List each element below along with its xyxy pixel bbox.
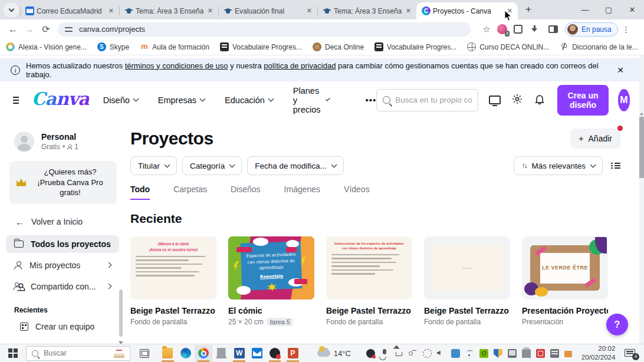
- page-scrollbar[interactable]: [639, 55, 644, 344]
- bell-icon[interactable]: [534, 93, 546, 107]
- taskbar-clock[interactable]: 20:02 20/02/2024: [581, 344, 616, 362]
- site-info-icon[interactable]: [65, 26, 73, 33]
- bookmark-item[interactable]: Skype: [97, 42, 129, 51]
- window-close-button[interactable]: ✕: [620, 1, 644, 18]
- nav-more-button[interactable]: •••: [366, 95, 377, 105]
- bookmark-item[interactable]: Vocabulaire Progres...: [374, 42, 456, 51]
- taskbar-explorer[interactable]: [159, 345, 176, 362]
- back-button[interactable]: ←: [5, 21, 21, 38]
- printer-icon[interactable]: [522, 349, 531, 358]
- forward-button[interactable]: →: [21, 21, 38, 38]
- filter-categoria[interactable]: Categoría: [182, 156, 242, 175]
- terms-link[interactable]: términos y condiciones de uso: [125, 61, 228, 70]
- taskbar-weather[interactable]: 14°C: [317, 349, 351, 358]
- privacy-link[interactable]: política de privacidad: [264, 61, 336, 70]
- bookmark-item[interactable]: Deca Online: [313, 42, 364, 51]
- reload-button[interactable]: ⟳: [38, 21, 54, 38]
- window-maximize-button[interactable]: ▢: [597, 1, 620, 18]
- bookmark-item[interactable]: Alexia - Visión gene...: [6, 42, 87, 51]
- extension-icon[interactable]: 3: [497, 24, 507, 34]
- help-button[interactable]: ?: [606, 314, 628, 335]
- back-to-home-link[interactable]: ← Volver a Inicio: [15, 217, 125, 227]
- browser-tab[interactable]: Evaluación final ✕: [218, 2, 317, 19]
- project-title[interactable]: Presentación Proyecto cr...: [522, 306, 608, 315]
- teams-tray-icon[interactable]: [451, 349, 460, 358]
- bookmark-item[interactable]: Diccionario de la le...: [560, 42, 638, 51]
- sidebar-item-shared[interactable]: Compartido con...: [6, 278, 119, 295]
- bookmark-item[interactable]: Curso DECA ONLIN...: [467, 42, 549, 51]
- taskbar-camera-app[interactable]: [212, 345, 230, 362]
- team-switcher[interactable]: Personal Gratis • 1: [14, 131, 125, 152]
- settings-bars-icon[interactable]: [550, 349, 559, 358]
- search-input[interactable]: [395, 96, 472, 104]
- display-tray-icon[interactable]: [508, 349, 517, 358]
- browser-profile-chip[interactable]: En pausa: [565, 22, 618, 37]
- misc-tray-icon[interactable]: [564, 351, 572, 357]
- browser-tab[interactable]: Tema: Área 3 Enseñanza y A ✕: [119, 2, 218, 19]
- project-thumbnail[interactable]: Espacios de actividades con ritmos disti…: [228, 236, 314, 300]
- address-bar[interactable]: canva.com/projects: [58, 22, 471, 37]
- nvidia-icon[interactable]: [479, 349, 488, 358]
- sidebar-item-all-projects[interactable]: Todos los proyectos: [6, 235, 119, 253]
- browser-tab[interactable]: Tema: Área 3 Enseñanza y A ✕: [317, 2, 416, 19]
- security-shield-icon[interactable]: [494, 349, 502, 358]
- project-title[interactable]: Beige Pastel Terrazzo Abs...: [130, 306, 216, 315]
- download-icon[interactable]: [531, 25, 539, 34]
- taskbar-word[interactable]: [230, 345, 248, 362]
- hamburger-menu-icon[interactable]: [13, 97, 19, 104]
- tab-imagenes[interactable]: Imágenes: [284, 185, 320, 200]
- tab-carpetas[interactable]: Carpetas: [173, 185, 207, 200]
- add-button[interactable]: + Añadir: [570, 129, 620, 149]
- tab-disenos[interactable]: Diseños: [231, 185, 261, 200]
- status-circle-icon[interactable]: [423, 349, 432, 358]
- project-title[interactable]: Beige Pastel Terrazzo Abs...: [424, 306, 510, 315]
- sort-select[interactable]: ↑↓ Más relevantes: [514, 156, 603, 175]
- extensions-puzzle-icon[interactable]: [514, 25, 523, 34]
- taskbar-obs[interactable]: [266, 345, 284, 362]
- project-thumbnail[interactable]: ¡Manos a la obra!¡Ahora es el vuestro tu…: [130, 236, 216, 300]
- nav-planes-precios[interactable]: Planes y precios: [293, 86, 329, 114]
- scroll-up-icon[interactable]: [640, 113, 643, 115]
- project-thumbnail[interactable]: LE VERDE ÊTRE: [522, 236, 608, 300]
- red-app-tray-icon[interactable]: [536, 349, 545, 358]
- project-title[interactable]: Beige Pastel Terrazzo Abs...: [326, 306, 412, 315]
- taskbar-edge[interactable]: [177, 345, 195, 362]
- banner-close-icon[interactable]: ✕: [612, 63, 629, 77]
- project-thumbnail[interactable]: terrazzo: [424, 236, 510, 300]
- sidebar-item-my-projects[interactable]: Mis proyectos: [6, 256, 119, 274]
- nav-diseno[interactable]: Diseño: [103, 96, 138, 105]
- nav-empresas[interactable]: Empresas: [158, 96, 205, 105]
- close-icon[interactable]: ✕: [206, 7, 215, 15]
- nav-educacion[interactable]: Educación: [225, 96, 273, 105]
- window-minimize-button[interactable]: —: [573, 1, 597, 18]
- project-thumbnail[interactable]: Instrucciones de los espacios de activid…: [326, 236, 412, 300]
- devices-icon[interactable]: [489, 96, 501, 104]
- speaker-icon[interactable]: [437, 351, 441, 356]
- browser-menu-icon[interactable]: ⋮: [620, 25, 632, 34]
- browser-tab[interactable]: Correo EducaMadrid :: Entra ✕: [20, 2, 119, 19]
- notification-center-button[interactable]: 4: [623, 347, 638, 360]
- project-card[interactable]: ¡Manos a la obra!¡Ahora es el vuestro tu…: [130, 236, 216, 326]
- project-card[interactable]: Espacios de actividades con ritmos disti…: [228, 236, 314, 326]
- bookmark-item[interactable]: Vocabulaire Progres...: [220, 42, 302, 51]
- filter-fecha[interactable]: Fecha de modifica...: [247, 156, 344, 175]
- create-design-button[interactable]: Crea un diseño: [557, 85, 608, 116]
- canva-search-box[interactable]: [376, 89, 478, 111]
- project-title[interactable]: El cómic: [228, 306, 314, 315]
- tab-videos[interactable]: Vídeos: [344, 185, 370, 200]
- taskbar-search-input[interactable]: [44, 349, 109, 357]
- task-view-button[interactable]: [140, 349, 149, 358]
- bookmark-item[interactable]: Aula de formación: [140, 42, 209, 51]
- wifi-icon[interactable]: [465, 349, 474, 358]
- home-tray-icon[interactable]: [396, 352, 402, 356]
- canva-logo[interactable]: Canva: [32, 88, 89, 109]
- bookmark-star-icon[interactable]: ☆: [479, 24, 494, 35]
- project-card[interactable]: terrazzo Beige Pastel Terrazzo Abs... Fo…: [424, 236, 510, 326]
- project-card[interactable]: Instrucciones de los espacios de activid…: [326, 236, 412, 326]
- sidebar-scrollbar[interactable]: [119, 289, 123, 337]
- close-icon[interactable]: ✕: [107, 7, 116, 15]
- tab-todo[interactable]: Todo: [130, 185, 150, 200]
- side-panel-icon[interactable]: [548, 25, 558, 33]
- close-icon[interactable]: ✕: [305, 7, 314, 15]
- microphone-icon[interactable]: [383, 349, 386, 354]
